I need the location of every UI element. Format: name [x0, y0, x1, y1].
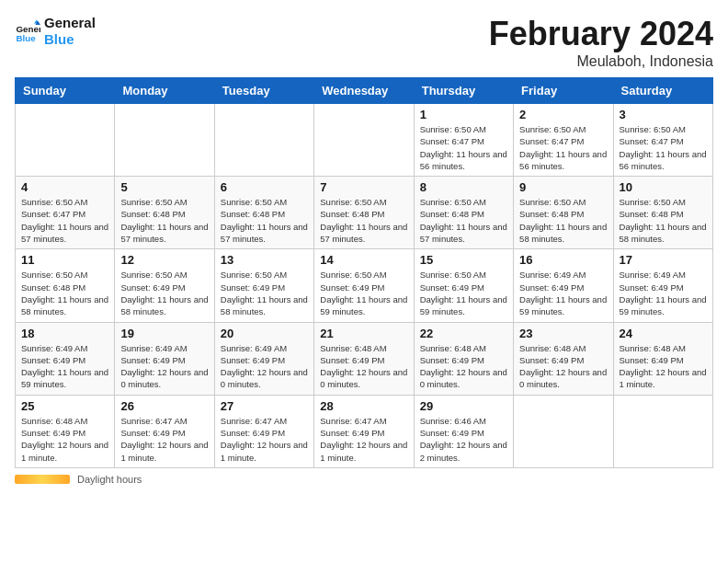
- day-cell: 25Sunrise: 6:48 AM Sunset: 6:49 PM Dayli…: [16, 395, 115, 467]
- day-cell: 1Sunrise: 6:50 AM Sunset: 6:47 PM Daylig…: [414, 104, 513, 177]
- day-cell: 21Sunrise: 6:48 AM Sunset: 6:49 PM Dayli…: [314, 322, 414, 395]
- day-number: 14: [320, 253, 407, 267]
- day-number: 4: [21, 180, 108, 194]
- column-header-tuesday: Tuesday: [214, 78, 313, 104]
- day-info: Sunrise: 6:50 AM Sunset: 6:48 PM Dayligh…: [320, 196, 407, 245]
- day-number: 12: [120, 253, 208, 267]
- day-number: 8: [420, 180, 507, 194]
- day-number: 16: [519, 253, 607, 267]
- day-cell: 17Sunrise: 6:49 AM Sunset: 6:49 PM Dayli…: [613, 249, 712, 322]
- day-cell: 19Sunrise: 6:49 AM Sunset: 6:49 PM Dayli…: [115, 322, 214, 395]
- column-header-sunday: Sunday: [16, 78, 115, 104]
- day-info: Sunrise: 6:49 AM Sunset: 6:49 PM Dayligh…: [21, 342, 108, 391]
- day-cell: 9Sunrise: 6:50 AM Sunset: 6:48 PM Daylig…: [514, 177, 613, 249]
- day-info: Sunrise: 6:50 AM Sunset: 6:48 PM Dayligh…: [21, 269, 108, 317]
- day-cell: 20Sunrise: 6:49 AM Sunset: 6:49 PM Dayli…: [214, 322, 313, 395]
- column-header-saturday: Saturday: [613, 78, 712, 104]
- day-info: Sunrise: 6:50 AM Sunset: 6:49 PM Dayligh…: [420, 269, 507, 317]
- daylight-bar-icon: [15, 475, 70, 484]
- day-info: Sunrise: 6:50 AM Sunset: 6:48 PM Dayligh…: [620, 196, 707, 245]
- day-number: 2: [519, 108, 607, 121]
- day-number: 25: [21, 399, 108, 413]
- day-number: 22: [420, 327, 507, 340]
- day-number: 15: [420, 253, 507, 267]
- day-info: Sunrise: 6:46 AM Sunset: 6:49 PM Dayligh…: [420, 415, 507, 464]
- calendar-subtitle: Meulaboh, Indonesia: [489, 53, 713, 70]
- day-number: 23: [519, 327, 607, 340]
- calendar-title-section: February 2024 Meulaboh, Indonesia: [489, 15, 713, 70]
- day-number: 11: [21, 253, 108, 267]
- page-header: General Blue General Blue February 2024 …: [15, 15, 713, 70]
- day-info: Sunrise: 6:50 AM Sunset: 6:49 PM Dayligh…: [120, 269, 208, 317]
- day-cell: 29Sunrise: 6:46 AM Sunset: 6:49 PM Dayli…: [414, 395, 513, 467]
- day-cell: 15Sunrise: 6:50 AM Sunset: 6:49 PM Dayli…: [414, 249, 513, 322]
- day-cell: [514, 395, 613, 467]
- logo-blue-text: Blue: [44, 31, 96, 48]
- column-header-thursday: Thursday: [414, 78, 513, 104]
- day-cell: 23Sunrise: 6:48 AM Sunset: 6:49 PM Dayli…: [514, 322, 613, 395]
- day-cell: 5Sunrise: 6:50 AM Sunset: 6:48 PM Daylig…: [115, 177, 214, 249]
- day-info: Sunrise: 6:50 AM Sunset: 6:47 PM Dayligh…: [21, 196, 108, 245]
- day-cell: 4Sunrise: 6:50 AM Sunset: 6:47 PM Daylig…: [16, 177, 115, 249]
- day-number: 6: [221, 180, 308, 194]
- day-number: 27: [221, 399, 308, 413]
- footer-note: Daylight hours: [15, 474, 713, 485]
- day-info: Sunrise: 6:50 AM Sunset: 6:48 PM Dayligh…: [221, 196, 308, 245]
- day-cell: 12Sunrise: 6:50 AM Sunset: 6:49 PM Dayli…: [115, 249, 214, 322]
- day-info: Sunrise: 6:47 AM Sunset: 6:49 PM Dayligh…: [221, 415, 308, 464]
- day-cell: 13Sunrise: 6:50 AM Sunset: 6:49 PM Dayli…: [214, 249, 313, 322]
- day-number: 1: [420, 108, 507, 121]
- day-info: Sunrise: 6:49 AM Sunset: 6:49 PM Dayligh…: [120, 342, 208, 391]
- day-info: Sunrise: 6:48 AM Sunset: 6:49 PM Dayligh…: [21, 415, 108, 464]
- day-number: 29: [420, 399, 507, 413]
- day-number: 20: [221, 327, 308, 340]
- day-info: Sunrise: 6:50 AM Sunset: 6:48 PM Dayligh…: [120, 196, 208, 245]
- column-header-friday: Friday: [514, 78, 613, 104]
- day-number: 10: [620, 180, 707, 194]
- day-info: Sunrise: 6:47 AM Sunset: 6:49 PM Dayligh…: [120, 415, 208, 464]
- day-cell: 24Sunrise: 6:48 AM Sunset: 6:49 PM Dayli…: [613, 322, 712, 395]
- day-number: 26: [120, 399, 208, 413]
- daylight-label: Daylight hours: [77, 474, 142, 485]
- week-row-2: 4Sunrise: 6:50 AM Sunset: 6:47 PM Daylig…: [16, 177, 713, 249]
- day-info: Sunrise: 6:48 AM Sunset: 6:49 PM Dayligh…: [620, 342, 707, 391]
- day-info: Sunrise: 6:50 AM Sunset: 6:49 PM Dayligh…: [221, 269, 308, 317]
- day-info: Sunrise: 6:48 AM Sunset: 6:49 PM Dayligh…: [420, 342, 507, 391]
- day-info: Sunrise: 6:50 AM Sunset: 6:47 PM Dayligh…: [420, 123, 507, 172]
- day-number: 19: [120, 327, 208, 340]
- day-cell: 16Sunrise: 6:49 AM Sunset: 6:49 PM Dayli…: [514, 249, 613, 322]
- day-cell: 8Sunrise: 6:50 AM Sunset: 6:48 PM Daylig…: [414, 177, 513, 249]
- logo: General Blue General Blue: [15, 15, 96, 48]
- day-cell: 10Sunrise: 6:50 AM Sunset: 6:48 PM Dayli…: [613, 177, 712, 249]
- day-cell: 26Sunrise: 6:47 AM Sunset: 6:49 PM Dayli…: [115, 395, 214, 467]
- day-cell: 6Sunrise: 6:50 AM Sunset: 6:48 PM Daylig…: [214, 177, 313, 249]
- day-cell: 18Sunrise: 6:49 AM Sunset: 6:49 PM Dayli…: [16, 322, 115, 395]
- day-info: Sunrise: 6:50 AM Sunset: 6:47 PM Dayligh…: [620, 123, 707, 172]
- day-cell: 28Sunrise: 6:47 AM Sunset: 6:49 PM Dayli…: [314, 395, 414, 467]
- day-cell: 11Sunrise: 6:50 AM Sunset: 6:48 PM Dayli…: [16, 249, 115, 322]
- day-info: Sunrise: 6:48 AM Sunset: 6:49 PM Dayligh…: [519, 342, 607, 391]
- day-info: Sunrise: 6:50 AM Sunset: 6:48 PM Dayligh…: [519, 196, 607, 245]
- logo-icon: General Blue: [15, 18, 40, 44]
- day-cell: 14Sunrise: 6:50 AM Sunset: 6:49 PM Dayli…: [314, 249, 414, 322]
- day-info: Sunrise: 6:49 AM Sunset: 6:49 PM Dayligh…: [519, 269, 607, 317]
- day-cell: 2Sunrise: 6:50 AM Sunset: 6:47 PM Daylig…: [514, 104, 613, 177]
- day-number: 3: [620, 108, 707, 121]
- day-cell: 3Sunrise: 6:50 AM Sunset: 6:47 PM Daylig…: [613, 104, 712, 177]
- day-number: 13: [221, 253, 308, 267]
- svg-text:Blue: Blue: [16, 33, 36, 43]
- day-number: 18: [21, 327, 108, 340]
- day-cell: [115, 104, 214, 177]
- day-number: 9: [519, 180, 607, 194]
- day-cell: 27Sunrise: 6:47 AM Sunset: 6:49 PM Dayli…: [214, 395, 313, 467]
- day-info: Sunrise: 6:50 AM Sunset: 6:49 PM Dayligh…: [320, 269, 407, 317]
- day-info: Sunrise: 6:47 AM Sunset: 6:49 PM Dayligh…: [320, 415, 407, 464]
- day-cell: 22Sunrise: 6:48 AM Sunset: 6:49 PM Dayli…: [414, 322, 513, 395]
- column-header-monday: Monday: [115, 78, 214, 104]
- day-number: 21: [320, 327, 407, 340]
- calendar-title: February 2024: [489, 15, 713, 53]
- day-number: 24: [620, 327, 707, 340]
- column-header-wednesday: Wednesday: [314, 78, 414, 104]
- week-row-4: 18Sunrise: 6:49 AM Sunset: 6:49 PM Dayli…: [16, 322, 713, 395]
- day-info: Sunrise: 6:50 AM Sunset: 6:47 PM Dayligh…: [519, 123, 607, 172]
